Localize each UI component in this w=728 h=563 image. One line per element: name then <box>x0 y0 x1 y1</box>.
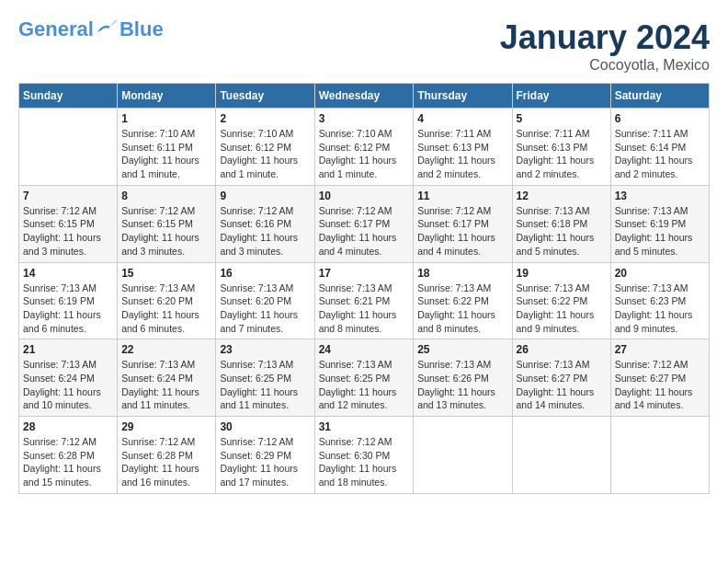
day-number: 21 <box>23 343 113 356</box>
day-number: 7 <box>23 190 113 202</box>
calendar-cell: 11Sunrise: 7:12 AM Sunset: 6:17 PM Dayli… <box>414 185 512 262</box>
day-info: Sunrise: 7:13 AM Sunset: 6:18 PM Dayligh… <box>517 204 607 259</box>
calendar-cell <box>610 417 709 494</box>
calendar-week-1: 1Sunrise: 7:10 AM Sunset: 6:11 PM Daylig… <box>19 109 710 186</box>
day-info: Sunrise: 7:13 AM Sunset: 6:25 PM Dayligh… <box>319 358 410 412</box>
day-number: 16 <box>220 267 310 280</box>
day-number: 26 <box>517 343 607 356</box>
calendar-cell: 12Sunrise: 7:13 AM Sunset: 6:18 PM Dayli… <box>512 185 610 262</box>
logo-line2: Blue <box>119 18 164 40</box>
day-number: 1 <box>121 112 211 125</box>
calendar-cell <box>512 417 610 494</box>
day-number: 29 <box>121 420 211 433</box>
calendar-cell: 18Sunrise: 7:13 AM Sunset: 6:22 PM Dayli… <box>414 262 512 339</box>
calendar-cell: 2Sunrise: 7:10 AM Sunset: 6:12 PM Daylig… <box>216 109 314 186</box>
calendar-week-4: 21Sunrise: 7:13 AM Sunset: 6:24 PM Dayli… <box>19 339 710 417</box>
calendar-cell: 3Sunrise: 7:10 AM Sunset: 6:12 PM Daylig… <box>314 109 414 186</box>
day-number: 24 <box>319 343 410 356</box>
header: General Blue January 2024 Cocoyotla, Mex… <box>18 18 710 74</box>
calendar-cell: 13Sunrise: 7:13 AM Sunset: 6:19 PM Dayli… <box>610 185 709 262</box>
calendar-cell: 23Sunrise: 7:13 AM Sunset: 6:25 PM Dayli… <box>216 339 314 417</box>
calendar-cell: 19Sunrise: 7:13 AM Sunset: 6:22 PM Dayli… <box>512 262 610 339</box>
day-number: 18 <box>417 267 507 280</box>
day-number: 14 <box>23 267 113 280</box>
day-info: Sunrise: 7:13 AM Sunset: 6:21 PM Dayligh… <box>319 282 410 336</box>
day-info: Sunrise: 7:10 AM Sunset: 6:12 PM Dayligh… <box>319 127 410 181</box>
calendar-cell: 10Sunrise: 7:12 AM Sunset: 6:17 PM Dayli… <box>314 185 414 262</box>
calendar-cell: 29Sunrise: 7:12 AM Sunset: 6:28 PM Dayli… <box>118 417 216 494</box>
weekday-header-row: SundayMondayTuesdayWednesdayThursdayFrid… <box>19 84 710 109</box>
calendar-table: SundayMondayTuesdayWednesdayThursdayFrid… <box>18 83 710 494</box>
calendar-cell: 26Sunrise: 7:13 AM Sunset: 6:27 PM Dayli… <box>512 339 610 417</box>
calendar-cell: 25Sunrise: 7:13 AM Sunset: 6:26 PM Dayli… <box>414 339 512 417</box>
day-number: 12 <box>517 190 607 202</box>
day-info: Sunrise: 7:12 AM Sunset: 6:29 PM Dayligh… <box>220 435 310 489</box>
day-info: Sunrise: 7:10 AM Sunset: 6:12 PM Dayligh… <box>220 127 310 181</box>
calendar-title: January 2024 <box>500 18 710 57</box>
calendar-cell: 31Sunrise: 7:12 AM Sunset: 6:30 PM Dayli… <box>314 417 414 494</box>
day-number: 23 <box>220 343 310 356</box>
day-number: 13 <box>615 190 705 202</box>
day-info: Sunrise: 7:13 AM Sunset: 6:22 PM Dayligh… <box>517 282 607 336</box>
calendar-cell: 22Sunrise: 7:13 AM Sunset: 6:24 PM Dayli… <box>118 339 216 417</box>
calendar-cell: 21Sunrise: 7:13 AM Sunset: 6:24 PM Dayli… <box>19 339 118 417</box>
day-info: Sunrise: 7:12 AM Sunset: 6:28 PM Dayligh… <box>121 435 211 489</box>
day-info: Sunrise: 7:12 AM Sunset: 6:15 PM Dayligh… <box>121 204 211 259</box>
day-info: Sunrise: 7:13 AM Sunset: 6:20 PM Dayligh… <box>220 282 310 336</box>
calendar-week-2: 7Sunrise: 7:12 AM Sunset: 6:15 PM Daylig… <box>19 185 710 262</box>
day-info: Sunrise: 7:13 AM Sunset: 6:19 PM Dayligh… <box>23 282 113 336</box>
logo-line1: General <box>18 17 94 40</box>
calendar-week-5: 28Sunrise: 7:12 AM Sunset: 6:28 PM Dayli… <box>19 417 710 494</box>
weekday-sunday: Sunday <box>19 84 118 109</box>
day-number: 8 <box>121 190 211 202</box>
day-number: 17 <box>319 267 410 280</box>
calendar-cell: 28Sunrise: 7:12 AM Sunset: 6:28 PM Dayli… <box>19 417 118 494</box>
calendar-cell: 16Sunrise: 7:13 AM Sunset: 6:20 PM Dayli… <box>216 262 314 339</box>
calendar-cell: 27Sunrise: 7:12 AM Sunset: 6:27 PM Dayli… <box>610 339 709 417</box>
calendar-week-3: 14Sunrise: 7:13 AM Sunset: 6:19 PM Dayli… <box>19 262 710 339</box>
day-number: 28 <box>23 420 113 433</box>
calendar-cell: 24Sunrise: 7:13 AM Sunset: 6:25 PM Dayli… <box>314 339 414 417</box>
day-info: Sunrise: 7:13 AM Sunset: 6:24 PM Dayligh… <box>121 358 211 412</box>
logo: General Blue <box>18 18 164 40</box>
day-info: Sunrise: 7:12 AM Sunset: 6:28 PM Dayligh… <box>23 435 113 489</box>
logo-bird-icon <box>96 19 118 36</box>
weekday-tuesday: Tuesday <box>216 84 314 109</box>
day-info: Sunrise: 7:13 AM Sunset: 6:22 PM Dayligh… <box>417 282 507 336</box>
calendar-cell: 7Sunrise: 7:12 AM Sunset: 6:15 PM Daylig… <box>19 185 118 262</box>
day-number: 6 <box>615 112 705 125</box>
day-info: Sunrise: 7:13 AM Sunset: 6:26 PM Dayligh… <box>417 358 507 412</box>
calendar-cell: 17Sunrise: 7:13 AM Sunset: 6:21 PM Dayli… <box>314 262 414 339</box>
day-number: 2 <box>220 112 310 125</box>
day-info: Sunrise: 7:13 AM Sunset: 6:27 PM Dayligh… <box>517 358 607 412</box>
calendar-cell: 9Sunrise: 7:12 AM Sunset: 6:16 PM Daylig… <box>216 185 314 262</box>
day-info: Sunrise: 7:11 AM Sunset: 6:13 PM Dayligh… <box>417 127 507 181</box>
calendar-cell: 8Sunrise: 7:12 AM Sunset: 6:15 PM Daylig… <box>118 185 216 262</box>
weekday-friday: Friday <box>512 84 610 109</box>
day-number: 11 <box>417 190 507 202</box>
day-number: 25 <box>417 343 507 356</box>
day-info: Sunrise: 7:12 AM Sunset: 6:16 PM Dayligh… <box>220 204 310 259</box>
day-number: 3 <box>319 112 410 125</box>
day-info: Sunrise: 7:13 AM Sunset: 6:25 PM Dayligh… <box>220 358 310 412</box>
calendar-subtitle: Cocoyotla, Mexico <box>500 57 710 74</box>
weekday-monday: Monday <box>118 84 216 109</box>
calendar-cell <box>414 417 512 494</box>
day-info: Sunrise: 7:12 AM Sunset: 6:17 PM Dayligh… <box>319 204 410 259</box>
calendar-cell: 6Sunrise: 7:11 AM Sunset: 6:14 PM Daylig… <box>610 109 709 186</box>
logo-text: General <box>18 18 118 40</box>
title-area: January 2024 Cocoyotla, Mexico <box>500 18 710 74</box>
calendar-cell: 5Sunrise: 7:11 AM Sunset: 6:13 PM Daylig… <box>512 109 610 186</box>
calendar-body: 1Sunrise: 7:10 AM Sunset: 6:11 PM Daylig… <box>19 109 710 494</box>
day-number: 15 <box>121 267 211 280</box>
day-number: 31 <box>319 420 410 433</box>
calendar-cell: 20Sunrise: 7:13 AM Sunset: 6:23 PM Dayli… <box>610 262 709 339</box>
calendar-cell: 15Sunrise: 7:13 AM Sunset: 6:20 PM Dayli… <box>118 262 216 339</box>
day-number: 5 <box>517 112 607 125</box>
day-number: 19 <box>517 267 607 280</box>
day-number: 30 <box>220 420 310 433</box>
calendar-cell: 1Sunrise: 7:10 AM Sunset: 6:11 PM Daylig… <box>118 109 216 186</box>
calendar-cell: 30Sunrise: 7:12 AM Sunset: 6:29 PM Dayli… <box>216 417 314 494</box>
weekday-wednesday: Wednesday <box>314 84 414 109</box>
day-info: Sunrise: 7:12 AM Sunset: 6:30 PM Dayligh… <box>319 435 410 489</box>
